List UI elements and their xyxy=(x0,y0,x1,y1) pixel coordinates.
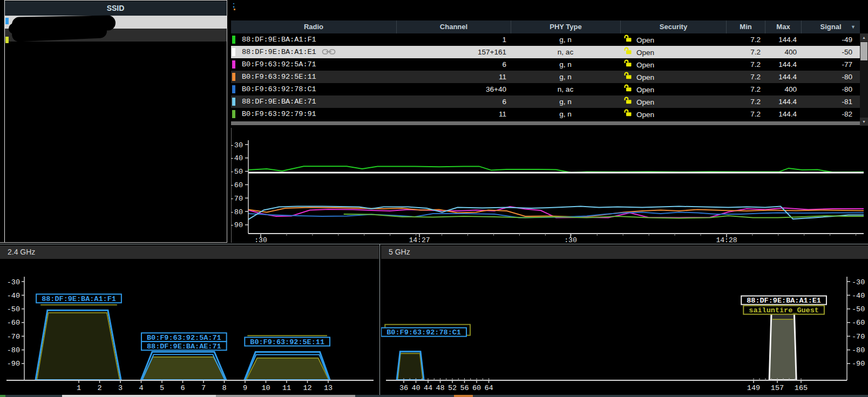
svg-text:-50: -50 xyxy=(231,168,243,176)
cell-max: 400 xyxy=(765,46,801,58)
svg-text:-90: -90 xyxy=(7,360,20,368)
cell-phy: n, ac xyxy=(511,46,620,58)
channel-mask-shape xyxy=(141,357,226,380)
cell-phy: g, n xyxy=(511,71,620,83)
cell-phy: n, ac xyxy=(511,83,620,95)
table-row[interactable]: 88:DF:9E:BA:AE:716g, nOpen7.2144.4-81 xyxy=(231,95,860,108)
cell-signal: -49 xyxy=(801,33,860,46)
column-header-channel[interactable]: Channel xyxy=(396,20,511,33)
cell-max: 144.4 xyxy=(765,71,801,83)
panel-border xyxy=(4,0,5,243)
svg-text:64: 64 xyxy=(484,384,493,392)
bssid-label-text: 88:DF:9E:BA:A1:F1 xyxy=(42,295,116,303)
cell-channel: 1 xyxy=(396,33,511,46)
svg-text:-70: -70 xyxy=(7,333,20,341)
arrow-down-icon: ▼ xyxy=(862,120,866,124)
cell-min: 7.2 xyxy=(726,58,765,71)
sort-desc-icon[interactable]: ▼ xyxy=(851,20,856,33)
svg-text:6: 6 xyxy=(180,384,185,392)
cell-max: 144.4 xyxy=(765,33,801,46)
redacted-ssid-blob xyxy=(9,23,19,34)
cell-channel: 6 xyxy=(396,95,511,108)
svg-text:-80: -80 xyxy=(7,346,20,354)
column-header-max[interactable]: Max xyxy=(765,20,801,33)
network-color-marker xyxy=(232,98,235,106)
svg-text:-30: -30 xyxy=(852,278,865,286)
svg-text:40: 40 xyxy=(411,384,420,392)
cell-signal: -50 xyxy=(801,46,860,58)
window-bottom-strip-segment xyxy=(454,395,473,397)
open-lock-icon xyxy=(623,97,632,104)
cell-security: Open xyxy=(620,83,726,95)
cell-channel: 36+40 xyxy=(396,83,511,95)
network-color-marker xyxy=(232,110,235,118)
panel-border xyxy=(227,0,227,243)
cell-signal: -80 xyxy=(801,83,860,95)
svg-text:7: 7 xyxy=(201,384,206,392)
svg-text:11: 11 xyxy=(282,384,291,392)
open-lock-icon xyxy=(623,35,632,42)
svg-text:14:28: 14:28 xyxy=(716,236,737,243)
link-icon xyxy=(322,49,336,55)
table-header-row: RadioChannelPHY TypeSecurityMinMaxSignal… xyxy=(231,20,860,33)
cell-signal: -80 xyxy=(801,71,860,83)
cell-min: 7.2 xyxy=(726,108,765,120)
svg-text:5: 5 xyxy=(160,384,164,392)
cell-max: 400 xyxy=(765,83,801,95)
table-row[interactable]: B0:F9:63:92:5E:1111g, nOpen7.2144.4-80 xyxy=(231,71,860,83)
cell-channel: 157+161 xyxy=(396,46,511,58)
band-header-24ghz: 2.4 GHz xyxy=(0,245,379,259)
window-bottom-strip-segment xyxy=(62,395,216,397)
channel-mask-shape xyxy=(37,313,120,380)
cell-channel: 6 xyxy=(396,58,511,71)
column-header-min[interactable]: Min xyxy=(726,20,765,33)
svg-text:60: 60 xyxy=(472,384,481,392)
cell-radio: B0:F9:63:92:5A:71 xyxy=(231,58,396,71)
column-header-phy-type[interactable]: PHY Type xyxy=(511,20,620,33)
wifi-analyzer-window: SSID ; RadioChannelPHY TypeSecurityMinMa… xyxy=(0,0,868,397)
network-color-marker xyxy=(5,37,9,43)
table-row[interactable]: B0:F9:63:92:78:C136+40n, acOpen7.2400-80 xyxy=(231,83,860,95)
window-bottom-strip-segment xyxy=(216,395,355,397)
scrollbar-thumb[interactable] xyxy=(860,42,867,60)
cell-radio: 88:DF:9E:BA:A1:E1 xyxy=(231,46,396,58)
network-color-marker xyxy=(232,36,235,44)
table-row[interactable]: 88:DF:9E:BA:A1:F11g, nOpen7.2144.4-49 xyxy=(231,33,860,46)
svg-text:1: 1 xyxy=(77,384,81,392)
arrow-up-icon: ▲ xyxy=(862,36,866,39)
divider xyxy=(0,244,868,244)
cell-phy: g, n xyxy=(511,95,620,108)
column-header-signal[interactable]: Signal▼ xyxy=(801,20,860,33)
bssid-label-text: B0:F9:63:92:5A:71 xyxy=(147,334,221,342)
horizontal-scrollbar[interactable] xyxy=(231,121,860,125)
cell-signal: -77 xyxy=(801,58,860,71)
cell-security: Open xyxy=(620,58,726,71)
scroll-down-button[interactable]: ▼ xyxy=(860,118,868,126)
svg-text:3: 3 xyxy=(118,384,123,392)
svg-text:-30: -30 xyxy=(231,141,243,149)
svg-text:-50: -50 xyxy=(852,305,865,313)
ssid-column-header[interactable]: SSID xyxy=(4,1,227,16)
svg-text::30: :30 xyxy=(564,236,577,243)
table-row[interactable]: B0:F9:63:92:79:9111g, nOpen7.2144.4-82 xyxy=(231,108,860,120)
cell-signal: -81 xyxy=(801,95,860,108)
cell-phy: g, n xyxy=(511,33,620,46)
table-row[interactable]: B0:F9:63:92:5A:716g, nOpen7.2144.4-77 xyxy=(231,58,860,71)
channel-chart-24ghz: -30-40-50-60-70-80-901234567891011121388… xyxy=(0,259,379,397)
svg-text:4: 4 xyxy=(139,384,143,392)
cell-min: 7.2 xyxy=(726,71,765,83)
svg-text:2: 2 xyxy=(97,384,101,392)
table-scrollbar[interactable]: ▲ ▼ xyxy=(860,33,868,126)
bssid-label-text: 88:DF:9E:BA:A1:E1 xyxy=(747,297,821,305)
panel-border xyxy=(0,242,227,243)
cell-security: Open xyxy=(620,46,726,58)
svg-text::30: :30 xyxy=(254,236,267,243)
svg-text:-60: -60 xyxy=(852,319,865,327)
stray-dot xyxy=(234,9,235,10)
table-row[interactable]: 88:DF:9E:BA:A1:E1157+161n, acOpen7.2400-… xyxy=(231,46,860,58)
scroll-up-button[interactable]: ▲ xyxy=(860,33,868,42)
ssid-panel: SSID xyxy=(4,0,227,243)
svg-text:9: 9 xyxy=(243,384,247,392)
column-header-radio[interactable]: Radio xyxy=(231,20,396,33)
column-header-security[interactable]: Security xyxy=(620,20,726,33)
